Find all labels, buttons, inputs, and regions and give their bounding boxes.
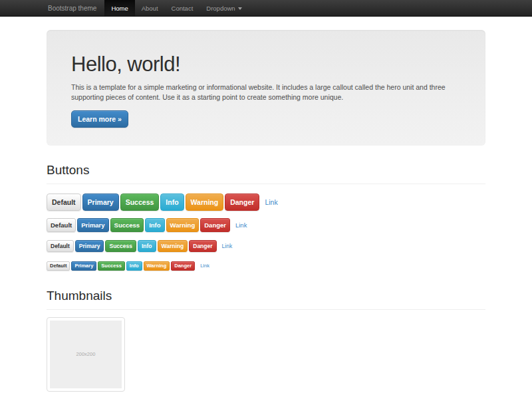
navbar: Bootstrap theme HomeAboutContactDropdown xyxy=(0,0,532,17)
thumbnails-section-title: Thumbnails xyxy=(47,289,485,310)
button-link-default[interactable]: Link xyxy=(235,221,247,229)
button-info-sm[interactable]: Info xyxy=(138,240,156,252)
button-default-lg[interactable]: Default xyxy=(47,194,81,211)
button-primary-default[interactable]: Primary xyxy=(77,218,108,232)
hero-title: Hello, world! xyxy=(71,53,461,76)
main-container: Hello, world! This is a template for a s… xyxy=(47,30,485,392)
button-link-lg[interactable]: Link xyxy=(265,198,277,206)
hero-description: This is a template for a simple marketin… xyxy=(71,82,461,102)
button-warning-lg[interactable]: Warning xyxy=(186,194,224,211)
button-row-lg: DefaultPrimarySuccessInfoWarningDangerLi… xyxy=(47,194,485,211)
button-info-lg[interactable]: Info xyxy=(160,194,184,211)
nav-item-contact[interactable]: Contact xyxy=(165,0,200,16)
navbar-brand[interactable]: Bootstrap theme xyxy=(47,0,104,16)
button-default-default[interactable]: Default xyxy=(47,218,76,232)
button-default-sm[interactable]: Default xyxy=(47,240,74,252)
button-default-xs[interactable]: Default xyxy=(47,261,70,271)
nav-item-dropdown[interactable]: Dropdown xyxy=(200,0,248,16)
button-info-xs[interactable]: Info xyxy=(126,261,142,271)
button-link-xs[interactable]: Link xyxy=(200,263,209,269)
caret-down-icon xyxy=(238,7,242,10)
button-success-xs[interactable]: Success xyxy=(98,261,124,271)
nav-item-home[interactable]: Home xyxy=(104,0,134,16)
buttons-section-title: Buttons xyxy=(47,163,485,184)
hero-unit: Hello, world! This is a template for a s… xyxy=(47,30,485,146)
thumbnail[interactable]: 200x200 xyxy=(47,317,125,392)
button-row-xs: DefaultPrimarySuccessInfoWarningDangerLi… xyxy=(47,259,485,271)
button-primary-lg[interactable]: Primary xyxy=(82,194,119,211)
button-warning-default[interactable]: Warning xyxy=(166,218,200,232)
button-primary-sm[interactable]: Primary xyxy=(75,240,104,252)
button-row-default: DefaultPrimarySuccessInfoWarningDangerLi… xyxy=(47,218,485,232)
navbar-nav: HomeAboutContactDropdown xyxy=(104,0,248,16)
button-warning-sm[interactable]: Warning xyxy=(158,240,188,252)
button-success-default[interactable]: Success xyxy=(110,218,144,232)
button-row-sm: DefaultPrimarySuccessInfoWarningDangerLi… xyxy=(47,239,485,252)
button-danger-lg[interactable]: Danger xyxy=(225,194,259,211)
navbar-container: Bootstrap theme HomeAboutContactDropdown xyxy=(47,0,485,16)
button-link-sm[interactable]: Link xyxy=(222,243,233,249)
thumbnail-placeholder-image: 200x200 xyxy=(50,321,122,388)
nav-item-about[interactable]: About xyxy=(135,0,165,16)
button-danger-default[interactable]: Danger xyxy=(200,218,230,232)
button-warning-xs[interactable]: Warning xyxy=(144,261,170,271)
button-success-sm[interactable]: Success xyxy=(105,240,136,252)
button-danger-xs[interactable]: Danger xyxy=(171,261,195,271)
button-info-default[interactable]: Info xyxy=(145,218,164,232)
button-primary-xs[interactable]: Primary xyxy=(71,261,96,271)
learn-more-button[interactable]: Learn more » xyxy=(71,110,128,128)
button-success-lg[interactable]: Success xyxy=(120,194,160,211)
button-rows: DefaultPrimarySuccessInfoWarningDangerLi… xyxy=(47,194,485,271)
button-danger-sm[interactable]: Danger xyxy=(189,240,216,252)
